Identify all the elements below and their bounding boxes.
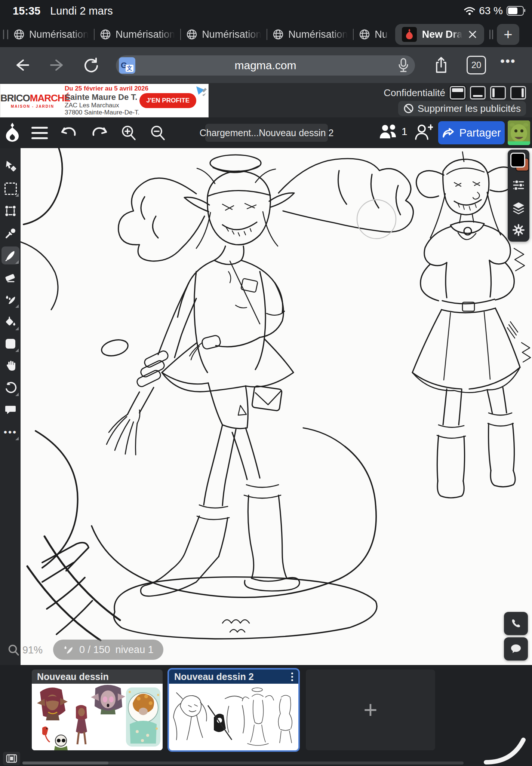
remove-ads-button[interactable]: Supprimer les publicités (398, 101, 526, 116)
ad-position-right-icon[interactable] (510, 86, 526, 99)
battery-icon (507, 6, 524, 16)
fill-tool[interactable] (1, 313, 19, 331)
canvas-card-title: Nouveau dessin (37, 671, 109, 682)
more-tools[interactable]: ••• (1, 423, 19, 441)
brush-usage: 0 / 150 (79, 644, 110, 656)
globe-icon (100, 29, 111, 40)
new-tab-button[interactable]: + (497, 24, 519, 45)
corner-swoosh (482, 736, 532, 766)
brush-tool[interactable] (1, 246, 19, 264)
forward-icon[interactable] (49, 58, 65, 72)
tab-numerisation-5[interactable]: Nu (354, 22, 393, 47)
zoom-level: 91% (22, 644, 43, 656)
zoom-in-icon[interactable] (120, 125, 137, 141)
safari-tab-bar: Numérisation Numérisation Numérisation N… (0, 22, 532, 47)
redo-icon[interactable] (90, 125, 108, 140)
color-layers-panel (508, 150, 529, 242)
back-icon[interactable] (14, 58, 30, 72)
tab-active-magma[interactable]: New Dra (395, 24, 484, 45)
eraser-tool[interactable] (1, 269, 19, 287)
online-indicator (508, 141, 530, 145)
tab-numerisation-2[interactable]: Numérisation (95, 22, 180, 47)
document-title-pill[interactable]: Chargement...Nouveau dessin 2 (205, 124, 328, 142)
tab-numerisation-4[interactable]: Numérisation (267, 22, 353, 47)
ad-position-top-icon[interactable] (450, 86, 465, 99)
globe-icon (359, 29, 370, 40)
more-menu-icon[interactable]: ••• (500, 54, 516, 68)
horizontal-scrollbar[interactable] (22, 762, 464, 765)
remove-ads-label: Supprimer les publicités (418, 103, 521, 114)
drawing-canvas-area[interactable]: ••• 91% (0, 148, 532, 665)
magma-logo[interactable] (4, 123, 21, 143)
card-menu-icon[interactable] (291, 672, 293, 681)
ad-text: Du 25 février au 5 avril 2026 Sainte Mau… (65, 85, 148, 116)
tab-numerisation-1[interactable]: Numérisation (8, 22, 94, 47)
reload-icon[interactable] (83, 57, 99, 73)
marquee-select-tool[interactable] (1, 180, 19, 197)
timelapse-icon[interactable] (3, 752, 20, 765)
zoom-out-icon[interactable] (150, 125, 166, 141)
transform-tool[interactable] (1, 202, 19, 220)
chat-button[interactable] (504, 637, 528, 661)
hand-tool[interactable] (1, 356, 19, 374)
settings-gear-icon[interactable] (508, 224, 529, 236)
tab-count-value: 20 (471, 60, 482, 70)
battery-percent: 63 % (479, 5, 503, 17)
canvas-thumbnail (169, 684, 298, 750)
collaborator-count: 1 (402, 126, 408, 138)
user-avatar[interactable] (508, 120, 530, 145)
ad-address2: 37800 Sainte-Maure-De-T. (65, 109, 148, 116)
block-icon (403, 103, 414, 114)
brand-part2: MARCHÉ (30, 92, 70, 104)
users-icon (378, 123, 398, 140)
ad-address1: ZAC Les Marchaux (65, 102, 148, 109)
share-icon[interactable] (434, 56, 449, 74)
ad-position-bottom-icon[interactable] (470, 86, 486, 99)
layers-icon[interactable] (508, 201, 529, 215)
phone-icon (510, 618, 522, 629)
ad-position-left-icon[interactable] (490, 86, 506, 99)
ad-banner[interactable]: BRICOMARCHÉ MAISON - JARDIN Du 25 févrie… (0, 84, 209, 117)
share-button[interactable]: Partager (438, 121, 505, 144)
wet-brush-icon (63, 644, 74, 655)
microphone-icon[interactable] (398, 58, 409, 73)
date: Lundi 2 mars (50, 5, 113, 17)
add-canvas-button[interactable]: + (306, 670, 435, 750)
invite-user-icon[interactable] (413, 123, 433, 141)
voice-call-button[interactable] (504, 612, 528, 635)
collaborators[interactable]: 1 (378, 123, 408, 140)
primary-color-swatch[interactable] (510, 153, 525, 168)
canvas-card-2-selected[interactable]: Nouveau dessin 2 (169, 670, 298, 750)
brand-part1: BRICO (0, 92, 30, 104)
rotate-canvas-tool[interactable] (1, 379, 19, 397)
tab-label: Numérisation (202, 29, 261, 40)
comment-tool[interactable] (1, 401, 19, 419)
url-text: magma.com (116, 59, 415, 72)
bricomarche-logo: BRICOMARCHÉ MAISON - JARDIN (0, 93, 65, 108)
canvas-card-1[interactable]: Nouveau dessin (32, 670, 163, 750)
translate-icon[interactable]: G文 (119, 57, 135, 74)
canvas-drawing[interactable] (21, 148, 532, 665)
eyedropper-tool[interactable] (1, 224, 19, 242)
wet-brush-tool[interactable] (1, 291, 19, 309)
plus-icon: + (504, 26, 512, 43)
globe-icon (273, 29, 284, 40)
undo-icon[interactable] (61, 125, 78, 140)
close-tab-icon[interactable] (468, 30, 477, 39)
shape-tool[interactable] (1, 335, 19, 353)
tab-numerisation-3[interactable]: Numérisation (181, 22, 267, 47)
tab-count-button[interactable]: 20 (467, 56, 486, 74)
ad-dates: Du 25 février au 5 avril 2026 (65, 85, 148, 92)
menu-icon[interactable] (31, 127, 48, 139)
url-field[interactable]: magma.com G文 (116, 55, 415, 76)
adchoices-icon[interactable] (195, 85, 207, 98)
privacy-controls: Confidentialité (384, 86, 526, 99)
color-swatches[interactable] (511, 153, 526, 168)
ad-cta-button[interactable]: J'EN PROFITE (139, 93, 196, 108)
ad-row: BRICOMARCHÉ MAISON - JARDIN Du 25 févrie… (0, 83, 532, 117)
adjustments-sliders-icon[interactable] (508, 179, 529, 192)
tab-label: Numérisation (288, 29, 348, 40)
globe-icon (186, 29, 197, 40)
move-tool[interactable] (1, 157, 19, 175)
privacy-label: Confidentialité (384, 87, 445, 99)
